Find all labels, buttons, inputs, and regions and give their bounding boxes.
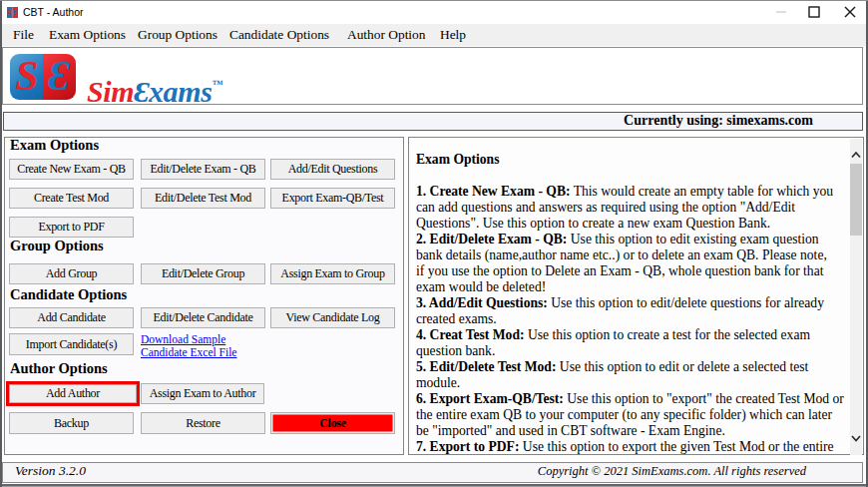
svg-text:Ɛ: Ɛ (48, 54, 71, 99)
svg-text:S: S (15, 54, 38, 99)
svg-text:E: E (12, 8, 18, 18)
